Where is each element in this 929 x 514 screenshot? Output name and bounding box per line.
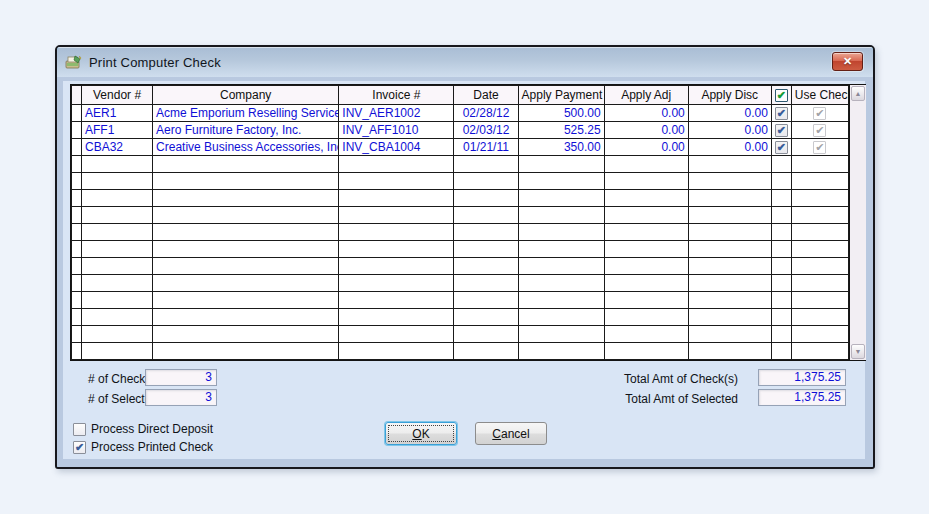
empty-cell bbox=[771, 207, 791, 224]
col-invoice[interactable]: Invoice # bbox=[339, 86, 454, 105]
total-selected-label: Total Amt of Selected bbox=[563, 392, 738, 406]
select-cell[interactable]: ✔ bbox=[771, 122, 791, 139]
apply-disc-cell[interactable]: 0.00 bbox=[688, 139, 771, 156]
vendor-cell[interactable]: AFF1 bbox=[82, 122, 153, 139]
row-selector-cell[interactable] bbox=[72, 139, 82, 156]
apply-payment-cell[interactable]: 500.00 bbox=[518, 105, 604, 122]
select-cell[interactable]: ✔ bbox=[771, 105, 791, 122]
table-row[interactable]: CBA32Creative Business Accessories, Inc.… bbox=[72, 139, 849, 156]
empty-cell bbox=[688, 207, 771, 224]
empty-cell bbox=[791, 258, 848, 275]
apply-adj-cell[interactable]: 0.00 bbox=[604, 122, 688, 139]
empty-cell bbox=[72, 190, 82, 207]
date-cell[interactable]: 01/21/11 bbox=[454, 139, 518, 156]
empty-table-row bbox=[72, 173, 849, 190]
col-vendor[interactable]: Vendor # bbox=[82, 86, 153, 105]
scroll-up-button[interactable]: ▲ bbox=[851, 86, 865, 101]
row-select-checkbox[interactable]: ✔ bbox=[775, 124, 788, 137]
ok-button[interactable]: OK bbox=[385, 422, 457, 445]
apply-disc-cell[interactable]: 0.00 bbox=[688, 122, 771, 139]
empty-table-row bbox=[72, 343, 849, 360]
empty-cell bbox=[153, 173, 339, 190]
scroll-down-button[interactable]: ▼ bbox=[851, 344, 865, 359]
select-all-checkbox[interactable]: ✔ bbox=[775, 89, 788, 102]
col-use-check[interactable]: Use Check bbox=[791, 86, 848, 105]
empty-cell bbox=[688, 224, 771, 241]
row-selector-cell[interactable] bbox=[72, 105, 82, 122]
apply-adj-cell[interactable]: 0.00 bbox=[604, 139, 688, 156]
empty-cell bbox=[771, 173, 791, 190]
apply-payment-cell[interactable]: 350.00 bbox=[518, 139, 604, 156]
empty-cell bbox=[791, 241, 848, 258]
invoice-cell[interactable]: INV_AFF1010 bbox=[339, 122, 454, 139]
vertical-scrollbar[interactable]: ▲ ▼ bbox=[849, 85, 866, 360]
empty-cell bbox=[153, 258, 339, 275]
empty-cell bbox=[339, 309, 454, 326]
empty-cell bbox=[771, 292, 791, 309]
empty-cell bbox=[688, 343, 771, 360]
process-printed-check-label: Process Printed Check bbox=[91, 440, 213, 454]
empty-cell bbox=[339, 190, 454, 207]
empty-cell bbox=[454, 326, 518, 343]
col-apply-adj[interactable]: Apply Adj bbox=[604, 86, 688, 105]
apply-payment-cell[interactable]: 525.25 bbox=[518, 122, 604, 139]
empty-cell bbox=[454, 258, 518, 275]
select-cell[interactable]: ✔ bbox=[771, 139, 791, 156]
date-cell[interactable]: 02/03/12 bbox=[454, 122, 518, 139]
col-apply-disc[interactable]: Apply Disc bbox=[688, 86, 771, 105]
col-date[interactable]: Date bbox=[454, 86, 518, 105]
invoice-cell[interactable]: INV_CBA1004 bbox=[339, 139, 454, 156]
empty-cell bbox=[518, 292, 604, 309]
empty-cell bbox=[791, 292, 848, 309]
apply-disc-cell[interactable]: 0.00 bbox=[688, 105, 771, 122]
process-printed-check-option: ✔ Process Printed Check bbox=[73, 440, 213, 454]
empty-cell bbox=[82, 156, 153, 173]
print-computer-check-dialog: Print Computer Check ✕ Vendor # bbox=[55, 45, 875, 469]
empty-cell bbox=[72, 326, 82, 343]
empty-cell bbox=[72, 241, 82, 258]
dialog-content: Vendor # Company Invoice # Date Apply Pa… bbox=[63, 81, 865, 459]
empty-cell bbox=[688, 156, 771, 173]
grid-header-row: Vendor # Company Invoice # Date Apply Pa… bbox=[72, 86, 849, 105]
empty-cell bbox=[791, 224, 848, 241]
titlebar[interactable]: Print Computer Check ✕ bbox=[57, 47, 873, 77]
company-cell[interactable]: Aero Furniture Factory, Inc. bbox=[153, 122, 339, 139]
process-direct-deposit-checkbox[interactable] bbox=[73, 423, 86, 436]
date-cell[interactable]: 02/28/12 bbox=[454, 105, 518, 122]
invoice-cell[interactable]: INV_AER1002 bbox=[339, 105, 454, 122]
table-row[interactable]: AER1Acme Emporium Reselling ServicesINV_… bbox=[72, 105, 849, 122]
empty-table-row bbox=[72, 275, 849, 292]
empty-cell bbox=[604, 275, 688, 292]
empty-cell bbox=[791, 275, 848, 292]
row-select-checkbox[interactable]: ✔ bbox=[775, 141, 788, 154]
empty-cell bbox=[454, 224, 518, 241]
empty-cell bbox=[518, 326, 604, 343]
row-selector-cell[interactable] bbox=[72, 122, 82, 139]
empty-cell bbox=[454, 207, 518, 224]
col-company[interactable]: Company bbox=[153, 86, 339, 105]
vendor-cell[interactable]: CBA32 bbox=[82, 139, 153, 156]
empty-table-row bbox=[72, 241, 849, 258]
col-apply-payment[interactable]: Apply Payment bbox=[518, 86, 604, 105]
empty-cell bbox=[82, 173, 153, 190]
empty-cell bbox=[604, 207, 688, 224]
empty-table-row bbox=[72, 224, 849, 241]
row-select-checkbox[interactable]: ✔ bbox=[775, 107, 788, 120]
vendor-cell[interactable]: AER1 bbox=[82, 105, 153, 122]
process-printed-check-checkbox[interactable]: ✔ bbox=[73, 441, 86, 454]
empty-cell bbox=[791, 156, 848, 173]
empty-cell bbox=[454, 343, 518, 360]
close-button[interactable]: ✕ bbox=[832, 52, 863, 71]
company-cell[interactable]: Acme Emporium Reselling Services bbox=[153, 105, 339, 122]
empty-cell bbox=[771, 190, 791, 207]
check-icon: ✔ bbox=[815, 141, 824, 153]
cancel-button[interactable]: Cancel bbox=[475, 422, 547, 445]
empty-cell bbox=[604, 190, 688, 207]
empty-cell bbox=[82, 326, 153, 343]
table-row[interactable]: AFF1Aero Furniture Factory, Inc.INV_AFF1… bbox=[72, 122, 849, 139]
use-check-checkbox: ✔ bbox=[813, 107, 826, 120]
empty-cell bbox=[153, 241, 339, 258]
company-cell[interactable]: Creative Business Accessories, Inc. bbox=[153, 139, 339, 156]
apply-adj-cell[interactable]: 0.00 bbox=[604, 105, 688, 122]
empty-cell bbox=[153, 343, 339, 360]
